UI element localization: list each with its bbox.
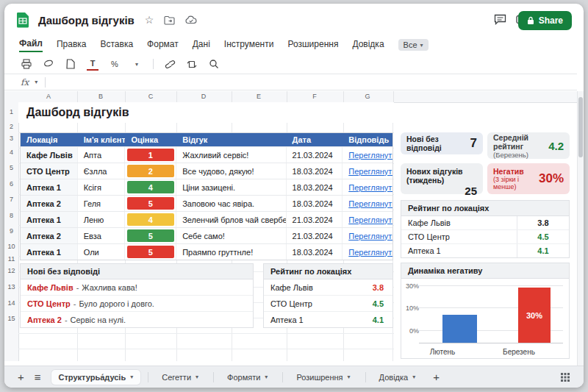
col-D[interactable]: D bbox=[196, 93, 211, 100]
insert-chart-icon[interactable] bbox=[186, 58, 198, 70]
menu-tools[interactable]: Інструменти bbox=[224, 39, 274, 51]
filter-all-chip[interactable]: Все ▾ bbox=[398, 39, 429, 51]
rating-value: 3.8 bbox=[373, 283, 384, 292]
x-label: Лютень bbox=[413, 348, 472, 356]
rating-value: 4.5 bbox=[517, 230, 569, 243]
table-row: Аптека 1 Оли 5 Праямпо груттнле! 18.03.2… bbox=[21, 243, 392, 260]
sheet-title-cell[interactable]: Дашборд відгуків bbox=[18, 102, 394, 123]
row-9[interactable]: 9 bbox=[4, 227, 18, 235]
col-E[interactable]: E bbox=[251, 93, 266, 100]
fx-dropdown-icon[interactable]: ▾ bbox=[35, 79, 37, 85]
row-2[interactable]: 2 bbox=[4, 123, 18, 130]
unanswered-title: Нові без відповіді bbox=[21, 264, 253, 279]
tab-sheet-4[interactable]: Розишрення ▾ bbox=[289, 370, 357, 385]
view-link[interactable]: Переглянути bbox=[343, 228, 392, 243]
row-15[interactable]: 15 bbox=[4, 315, 18, 322]
formula-input[interactable] bbox=[54, 74, 577, 90]
chevron-down-icon: ▾ bbox=[348, 374, 351, 380]
scrollbar-thumb[interactable] bbox=[578, 97, 583, 157]
tab-sheet-5[interactable]: Довідка ▾ bbox=[372, 370, 423, 385]
chevron-down-icon: ▾ bbox=[265, 374, 268, 380]
view-link[interactable]: Переглянути bbox=[343, 212, 392, 227]
search-icon[interactable] bbox=[208, 58, 220, 70]
row-4[interactable]: 4 bbox=[4, 149, 18, 156]
sheet-tab-bar: + ≡ Структурьа́дусіь ▾ Сегетти ▾ Формяти… bbox=[4, 366, 584, 388]
col-G[interactable]: G bbox=[360, 93, 375, 100]
tab-sheet-3[interactable]: Формяти ▾ bbox=[220, 370, 275, 385]
star-icon[interactable]: ☆ bbox=[145, 14, 154, 26]
comment-icon[interactable] bbox=[494, 14, 506, 25]
rating-value: 4.1 bbox=[517, 244, 569, 257]
titlebar: Дашборд відгуків ☆ Share bbox=[4, 4, 584, 36]
stat-card-unanswered: Нові без відповіді 7 bbox=[401, 132, 483, 154]
row-1[interactable]: 1 bbox=[4, 108, 18, 115]
add-sheet-button-2[interactable]: + bbox=[433, 371, 440, 383]
bar-value-label: 30% bbox=[526, 311, 542, 320]
ratings-table-sidebar: Рейтинг по локаціях Кафе Львів 3.8 СТО Ц… bbox=[401, 200, 570, 258]
sheets-logo-icon[interactable] bbox=[15, 12, 31, 28]
share-button[interactable]: Share bbox=[518, 11, 572, 30]
rating-value: 4.5 bbox=[373, 299, 384, 308]
row-3[interactable]: 3 bbox=[4, 135, 18, 142]
table-row[interactable]: Аптека 1 4.1 bbox=[401, 244, 569, 257]
insert-note-icon[interactable] bbox=[65, 58, 76, 70]
list-item[interactable]: Аптека 2 - Сервіс на нулі. bbox=[21, 312, 253, 327]
paint-format-icon[interactable] bbox=[43, 58, 54, 70]
view-link[interactable]: Переглянути bbox=[343, 147, 392, 163]
menu-extensions[interactable]: Розширення bbox=[287, 39, 338, 51]
cloud-saved-icon[interactable] bbox=[185, 15, 197, 24]
view-link[interactable]: Переглянути bbox=[343, 163, 392, 179]
chart-plot: 30% 10% 0% 30% Лютень Березень bbox=[401, 279, 569, 358]
menu-insert[interactable]: Вставка bbox=[100, 39, 133, 51]
table-row: Кафе Львів Апта 1 Жахливий сервіс! 21.03… bbox=[21, 146, 392, 163]
print-icon[interactable] bbox=[21, 58, 32, 70]
row-11[interactable]: 11 bbox=[4, 255, 18, 263]
row-8[interactable]: 8 bbox=[4, 212, 18, 219]
row-14[interactable]: 14 bbox=[4, 299, 18, 307]
menu-edit[interactable]: Правка bbox=[57, 39, 87, 51]
col-C[interactable]: C bbox=[143, 93, 158, 100]
all-sheets-menu-icon[interactable]: ≡ bbox=[35, 371, 41, 383]
col-B[interactable]: B bbox=[93, 93, 108, 100]
share-label: Share bbox=[539, 15, 563, 26]
percent-format-icon[interactable]: % bbox=[109, 58, 121, 70]
menu-format[interactable]: Формат bbox=[147, 39, 179, 51]
list-item[interactable]: Кафе Львів - Жахлива кава! bbox=[21, 279, 253, 296]
table-row: Аптека 1 Ксігя 4 Ціни зазицені. 18.03.20… bbox=[21, 179, 392, 195]
toolbar-divider bbox=[153, 59, 154, 69]
list-item[interactable]: СТО Центр - Було дорого і довго. bbox=[21, 296, 253, 312]
row-7[interactable]: 7 bbox=[4, 196, 18, 203]
view-link[interactable]: Переглянути bbox=[343, 179, 392, 195]
table-row[interactable]: СТО Центр 4.5 bbox=[401, 230, 569, 244]
insert-link-icon[interactable] bbox=[164, 58, 176, 70]
menu-data[interactable]: Дані bbox=[193, 39, 210, 51]
text-color-icon[interactable]: T bbox=[87, 57, 98, 71]
row-10[interactable]: 10 bbox=[4, 243, 18, 250]
row-6[interactable]: 6 bbox=[4, 180, 18, 188]
add-sheet-button[interactable]: + bbox=[18, 371, 24, 383]
move-folder-icon[interactable] bbox=[164, 15, 175, 25]
table-row[interactable]: СТО Центр 4.5 bbox=[264, 296, 392, 312]
lock-icon bbox=[527, 16, 534, 25]
doc-title[interactable]: Дашборд відгуків bbox=[38, 14, 135, 26]
feedback-table: Локація Ім'я клієнта Оцінка Відгук Дата … bbox=[20, 132, 393, 260]
table-row[interactable]: Кафе Львів 3.8 bbox=[401, 216, 569, 230]
row-13[interactable]: 13 bbox=[4, 283, 18, 291]
row-5[interactable]: 5 bbox=[4, 164, 18, 171]
view-link[interactable]: Переглянути bbox=[343, 244, 392, 260]
col-F[interactable]: F bbox=[307, 93, 322, 100]
tab-sheet-2[interactable]: Сегетти ▾ bbox=[154, 370, 206, 385]
tab-active[interactable]: Структурьа́дусіь ▾ bbox=[51, 370, 141, 385]
table-row[interactable]: Кафе Львів 3.8 bbox=[264, 279, 392, 296]
x-label: Березень bbox=[490, 348, 548, 356]
menu-help[interactable]: Довідка bbox=[352, 39, 384, 51]
menu-file[interactable]: Файл bbox=[19, 38, 43, 52]
row-12[interactable]: 12 bbox=[4, 267, 18, 274]
menubar: Файл Правка Вставка Формат Дані Інструме… bbox=[19, 38, 429, 52]
view-link[interactable]: Переглянути bbox=[343, 196, 392, 211]
format-dropdown-icon[interactable]: ▾ bbox=[131, 58, 143, 70]
waffle-grid-icon[interactable] bbox=[560, 372, 570, 382]
table-row[interactable]: Аптека 1 4.1 bbox=[264, 312, 392, 327]
chevron-down-icon: ▾ bbox=[130, 374, 133, 380]
col-A[interactable]: A bbox=[41, 93, 56, 100]
